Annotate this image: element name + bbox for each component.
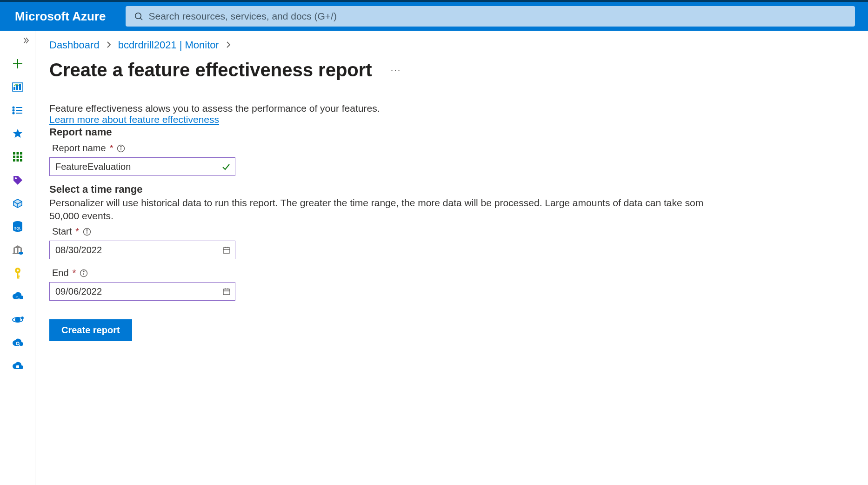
global-search-input[interactable] [149, 11, 847, 22]
nav-all-resources[interactable] [6, 99, 29, 122]
end-date-input[interactable] [49, 282, 235, 301]
svg-rect-7 [19, 84, 21, 90]
nav-cosmos[interactable] [6, 308, 29, 331]
expand-nav-button[interactable] [22, 36, 30, 47]
breadcrumb-resource[interactable]: bcdrdrill2021 | Monitor [118, 39, 219, 51]
star-icon [12, 128, 23, 139]
plus-icon [12, 58, 24, 70]
top-bar: Microsoft Azure [0, 0, 868, 31]
svg-point-36 [16, 269, 18, 271]
svg-rect-53 [223, 248, 230, 253]
time-range-description-line1: Personalizer will use historical data to… [49, 197, 868, 209]
section-report-name: Report name [49, 126, 868, 138]
svg-rect-18 [13, 156, 15, 158]
calendar-icon[interactable] [222, 246, 231, 254]
info-icon[interactable] [80, 269, 88, 277]
end-label-row: End * [49, 268, 868, 278]
svg-point-34 [19, 252, 23, 255]
nav-storage[interactable] [6, 238, 29, 262]
svg-rect-39 [17, 277, 19, 279]
valid-check-icon [221, 162, 231, 171]
end-label: End [52, 268, 69, 278]
cloud-shell-icon: >_ [12, 292, 24, 301]
left-nav-rail: SQL >_ [0, 31, 35, 485]
nav-tags[interactable] [6, 168, 29, 192]
nav-app-services[interactable] [6, 145, 29, 168]
brand-label: Microsoft Azure [15, 9, 106, 24]
svg-rect-38 [17, 276, 20, 277]
svg-point-12 [13, 112, 14, 114]
svg-point-41 [15, 317, 20, 322]
svg-point-59 [83, 271, 84, 272]
time-range-description-line2: 50,000 events. [49, 210, 868, 222]
svg-rect-23 [20, 159, 22, 162]
learn-more-link[interactable]: Learn more about feature effectiveness [49, 114, 219, 125]
nav-cube[interactable] [6, 192, 29, 215]
chevron-right-icon [106, 39, 112, 51]
svg-rect-19 [16, 156, 19, 158]
info-icon[interactable] [117, 144, 125, 153]
nav-cloud-1[interactable]: >_ [6, 285, 29, 308]
svg-point-49 [121, 146, 122, 147]
search-icon [134, 12, 143, 21]
svg-point-8 [13, 107, 14, 108]
info-icon[interactable] [83, 228, 91, 236]
report-name-input[interactable] [49, 157, 235, 176]
required-indicator: * [110, 143, 114, 154]
cosmos-icon [12, 314, 24, 326]
list-icon [12, 106, 23, 115]
svg-point-10 [13, 109, 14, 111]
main-content: Dashboard bcdrdrill2021 | Monitor Create… [35, 31, 868, 485]
chevron-double-right-icon [22, 36, 30, 45]
nav-cloud-2[interactable] [6, 331, 29, 355]
grid-icon [13, 152, 23, 162]
sql-icon: SQL [12, 221, 23, 233]
page-description: Feature effectiveness alows you to asses… [49, 103, 868, 114]
svg-rect-46 [16, 365, 19, 368]
section-time-range: Select a time range [49, 183, 868, 195]
svg-text:SQL: SQL [14, 227, 21, 230]
required-indicator: * [73, 268, 76, 278]
svg-point-0 [135, 13, 140, 19]
cube-icon [12, 198, 23, 209]
start-label-row: Start * [49, 226, 868, 237]
nav-favorites[interactable] [6, 122, 29, 145]
chevron-right-icon [226, 39, 231, 51]
svg-rect-31 [17, 248, 18, 253]
svg-marker-29 [13, 245, 22, 248]
report-name-label-row: Report name * [49, 143, 868, 154]
nav-dashboard[interactable] [6, 75, 29, 99]
report-name-label: Report name [52, 143, 106, 154]
key-icon [13, 267, 22, 279]
global-search[interactable] [126, 6, 855, 27]
dashboard-icon [12, 82, 23, 92]
svg-rect-17 [20, 152, 22, 155]
tag-icon [12, 175, 23, 186]
create-report-button[interactable]: Create report [49, 319, 132, 341]
nav-cloud-3[interactable] [6, 355, 29, 378]
svg-rect-21 [13, 159, 15, 162]
start-date-input[interactable] [49, 241, 235, 259]
page-title: Create a feature effectiveness report [49, 60, 372, 81]
svg-rect-30 [13, 248, 15, 253]
svg-point-43 [21, 317, 23, 319]
breadcrumb-dashboard[interactable]: Dashboard [49, 39, 100, 51]
nav-create[interactable] [6, 52, 29, 75]
calendar-icon[interactable] [222, 287, 231, 296]
svg-text:>_: >_ [15, 295, 20, 299]
more-actions-button[interactable]: ··· [391, 65, 401, 75]
bank-icon [12, 244, 24, 256]
svg-marker-14 [13, 129, 22, 138]
breadcrumb: Dashboard bcdrdrill2021 | Monitor [49, 39, 868, 51]
nav-key-vault[interactable] [6, 262, 29, 285]
svg-rect-60 [223, 289, 230, 295]
cloud-db-icon [12, 362, 24, 371]
svg-point-52 [87, 229, 87, 230]
svg-rect-6 [16, 85, 18, 90]
cloud-search-icon [12, 338, 24, 348]
start-label: Start [52, 226, 72, 237]
nav-sql[interactable]: SQL [6, 215, 29, 238]
svg-point-24 [15, 177, 17, 179]
svg-rect-22 [16, 159, 19, 162]
svg-rect-16 [16, 152, 19, 155]
